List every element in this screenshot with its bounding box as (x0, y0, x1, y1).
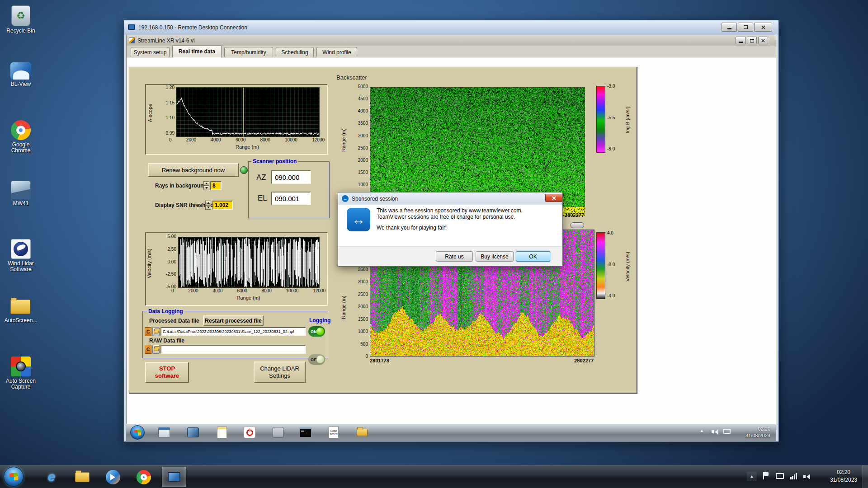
remote-taskbar-folder-icon[interactable] (355, 426, 369, 439)
axis-tick-label: 4000 (358, 108, 368, 113)
recycle-bin-icon: ♻ (11, 5, 30, 26)
tab-system-setup[interactable]: System setup (131, 47, 170, 57)
close-icon (761, 25, 765, 29)
mw41-icon (11, 181, 31, 199)
tab-real-time-data[interactable]: Real time data (172, 45, 222, 57)
graph-scroll-knob[interactable] (571, 222, 584, 228)
velocity-spec-y-axis: 3500300025002000150010005000 (351, 267, 368, 359)
velocity-plot (178, 237, 320, 288)
app-minimize-button[interactable] (736, 37, 745, 44)
folder-icon (75, 472, 90, 482)
clock[interactable]: 02:20 31/08/2023 (825, 469, 863, 484)
rdp-close-button[interactable] (754, 23, 772, 32)
processed-path-field[interactable]: C:\Lidar\Data\Proc\2023\202308\20230831\… (160, 327, 306, 336)
raw-logging-toggle[interactable]: OFF (308, 354, 325, 365)
tab-scheduling[interactable]: Scheduling (276, 47, 314, 57)
desktop-icon-autoscreen[interactable]: AutoScreen... (3, 297, 39, 324)
app-window-title: StreamLine XR v14-6.vi (137, 38, 195, 44)
az-value-field[interactable]: 090.000 (271, 170, 311, 184)
raw-drive-selector[interactable]: C (145, 345, 151, 354)
spin-up-icon[interactable] (203, 181, 209, 186)
remote-desktop-icon (168, 472, 180, 482)
remote-tray-chevron-icon[interactable]: ▲ (700, 428, 704, 433)
raw-file-label: RAW Data file (149, 338, 184, 344)
renew-background-button[interactable]: Renew background now (148, 163, 239, 177)
app-titlebar[interactable]: StreamLine XR v14-6.vi (127, 35, 776, 46)
rdp-titlebar[interactable]: 192.168.0.150 - Remote Desktop Connectio… (124, 20, 778, 35)
spin-down-icon[interactable] (205, 205, 211, 210)
axis-tick-label: 2.50 (168, 247, 176, 252)
desktop-icon-wind-lidar[interactable]: Wind Lidar Software (3, 239, 39, 272)
snr-spinner[interactable] (205, 201, 211, 210)
taskbar-media-player-icon[interactable] (103, 468, 123, 486)
chrome-icon (137, 470, 151, 484)
scanner-position-group (248, 161, 330, 218)
rays-value-field[interactable]: 8 (210, 181, 222, 190)
remote-taskbar-app4-icon[interactable] (271, 426, 285, 439)
rays-spinner[interactable] (203, 181, 209, 190)
restart-processed-file-button[interactable]: Restart processed file (203, 315, 264, 326)
remote-taskbar-console-icon[interactable] (299, 426, 312, 439)
taskbar-ie-icon[interactable]: e (42, 467, 61, 486)
taskbar-chrome-icon[interactable] (134, 468, 154, 486)
remote-clock[interactable]: 02:20 31/08/2023 (735, 426, 770, 439)
remote-taskbar-app3-icon[interactable] (215, 426, 229, 439)
velocity-timestamp-right: 2802277 (552, 358, 594, 363)
remote-volume-icon[interactable] (711, 428, 719, 435)
axis-tick-label: 3000 (358, 279, 368, 284)
ascope-plot (176, 87, 320, 137)
processed-browse-button[interactable] (152, 327, 160, 336)
tab-temp-humidity[interactable]: Temp/humidity (224, 47, 273, 57)
tray-display-icon[interactable] (776, 473, 784, 479)
change-lidar-settings-button[interactable]: Change LiDAR Settings (254, 361, 306, 383)
stop-software-button[interactable]: STOP software (145, 362, 189, 383)
buy-license-button[interactable]: Buy license (476, 251, 514, 262)
raw-path-field[interactable] (160, 345, 306, 354)
remote-network-icon[interactable] (723, 429, 731, 434)
dialog-close-button[interactable] (545, 194, 562, 202)
desktop-icon-mw41[interactable]: MW41 (3, 181, 39, 206)
axis-tick-label: 6000 (237, 288, 247, 293)
remote-taskbar-power-icon[interactable] (243, 426, 256, 439)
axis-tick-label: 1000 (358, 329, 368, 334)
media-player-icon (106, 470, 120, 484)
rdp-minimize-button[interactable] (722, 23, 737, 32)
velocity-scale-label: Velocity (m/s) (624, 237, 631, 296)
rate-us-button[interactable]: Rate us (436, 251, 473, 262)
rdp-maximize-button[interactable] (738, 23, 753, 32)
desktop-icon-google-chrome[interactable]: Google Chrome (3, 120, 39, 154)
tray-network-icon[interactable] (789, 473, 797, 479)
remote-taskbar-app2-icon[interactable] (186, 426, 200, 439)
remote-taskbar-app1-icon[interactable] (157, 426, 171, 439)
app-restore-button[interactable] (747, 37, 757, 44)
velocity-y-axis: 5.002.500.00-2.50-5.00 (157, 234, 176, 289)
dialog-titlebar[interactable]: ↔ Sponsored session (338, 192, 562, 205)
spin-down-icon[interactable] (203, 186, 209, 190)
taskbar-explorer-icon[interactable] (72, 469, 92, 485)
app-close-button[interactable] (758, 37, 768, 44)
axis-tick-label: 4000 (211, 137, 221, 142)
axis-tick-label: 2500 (358, 145, 368, 150)
remote-taskbar-scan-sched-icon[interactable]: Scan sched (327, 426, 340, 439)
start-button[interactable] (4, 467, 24, 487)
desktop-icon-bl-view[interactable]: BL-View (3, 62, 39, 87)
tray-chevron-icon[interactable]: ▲ (747, 472, 757, 481)
el-value-field[interactable]: 090.001 (271, 192, 311, 205)
raw-browse-button[interactable] (152, 345, 160, 354)
tab-wind-profile[interactable]: Wind profile (316, 47, 357, 57)
snr-value-field[interactable]: 1.002 (212, 201, 233, 210)
remote-start-button[interactable] (130, 425, 145, 440)
processed-drive-selector[interactable]: C (145, 327, 151, 336)
desktop-icon-auto-screen-capture[interactable]: Auto Screen Capture (3, 357, 39, 390)
show-desktop-button[interactable] (863, 465, 868, 488)
axis-tick-label: 4500 (358, 96, 368, 101)
spin-up-icon[interactable] (205, 201, 211, 205)
taskbar-rdp-button-active[interactable] (162, 467, 186, 487)
tray-volume-icon[interactable] (802, 473, 811, 479)
ok-button[interactable]: OK (516, 251, 550, 262)
desktop-icon-recycle-bin[interactable]: ♻ Recycle Bin (3, 5, 39, 34)
az-label: AZ (256, 173, 266, 182)
remote-clock-time: 02:20 (735, 426, 770, 432)
tray-action-center-icon[interactable] (763, 472, 769, 480)
processed-logging-toggle[interactable]: ON (308, 326, 325, 337)
